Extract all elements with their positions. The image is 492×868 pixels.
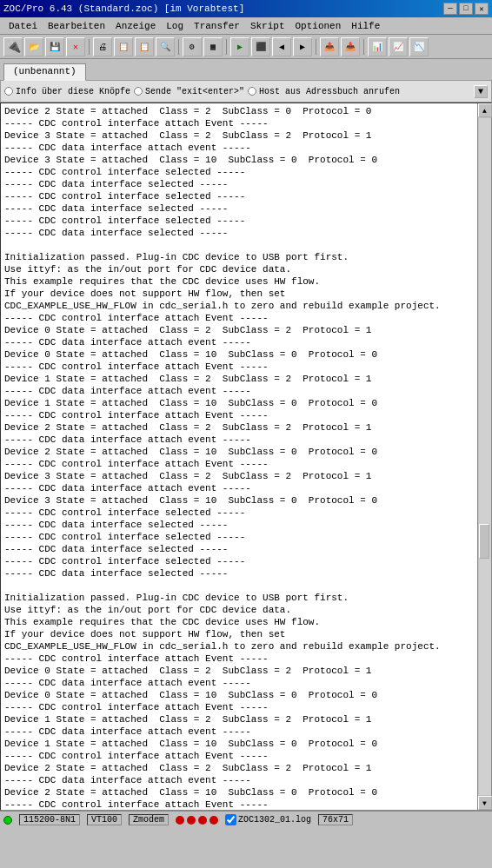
toolbar-sep1 xyxy=(89,39,90,55)
menu-skript[interactable]: Skript xyxy=(245,19,290,33)
tab-unbenannt[interactable]: (unbenannt) xyxy=(3,63,86,81)
menu-bearbeiten[interactable]: Bearbeiten xyxy=(43,19,110,33)
dot1 xyxy=(176,816,184,825)
toolbar-download[interactable]: 📥 xyxy=(341,37,360,56)
dot4 xyxy=(209,816,218,825)
toolbar-settings[interactable]: ⚙ xyxy=(183,37,202,56)
toolbar-chart2[interactable]: 📈 xyxy=(389,37,408,56)
quick-label-info: Info über diese Knöpfe xyxy=(16,87,130,96)
toolbar-forward[interactable]: ▶ xyxy=(293,37,312,56)
toolbar-paste[interactable]: 📋 xyxy=(135,37,154,56)
menu-bar: Datei Bearbeiten Anzeige Log Transfer Sk… xyxy=(0,17,492,35)
status-led xyxy=(3,816,12,825)
status-log-file: ZOC1302_01.log xyxy=(238,815,311,825)
toolbar-sep4 xyxy=(316,39,316,55)
minimize-button[interactable]: ─ xyxy=(443,3,457,15)
status-log-checkbox-group: ZOC1302_01.log xyxy=(225,814,311,825)
menu-hilfe[interactable]: Hilfe xyxy=(346,19,385,33)
dot2 xyxy=(187,816,196,825)
quick-row: Info über diese Knöpfe Sende "exit<enter… xyxy=(0,80,492,103)
log-checkbox[interactable] xyxy=(225,814,236,825)
menu-datei[interactable]: Datei xyxy=(3,19,43,33)
quick-radio-group3: Host aus Adressbuch anrufen xyxy=(248,87,400,96)
toolbar-copy[interactable]: 📋 xyxy=(114,37,133,56)
quick-radio-host[interactable] xyxy=(248,87,256,96)
title-controls: ─ □ ✕ xyxy=(443,3,489,15)
quick-radio-group2: Sende "exit<enter>" xyxy=(134,87,244,96)
status-emulation: VT100 xyxy=(87,814,122,825)
toolbar-sep3 xyxy=(226,39,227,55)
menu-optionen[interactable]: Optionen xyxy=(289,19,346,33)
toolbar-run[interactable]: ▶ xyxy=(230,37,249,56)
toolbar-save[interactable]: 💾 xyxy=(45,37,64,56)
quick-radio-info[interactable] xyxy=(4,87,13,96)
quick-label-send: Sende "exit<enter>" xyxy=(145,87,244,96)
status-size: 76x71 xyxy=(318,814,353,825)
quick-label-host: Host aus Adressbuch anrufen xyxy=(259,87,400,96)
menu-anzeige[interactable]: Anzeige xyxy=(110,19,161,33)
toolbar-chart1[interactable]: 📊 xyxy=(368,37,387,56)
toolbar-find[interactable]: 🔍 xyxy=(156,37,175,56)
terminal-output[interactable]: Device 2 State = attached Class = 2 SubC… xyxy=(1,103,477,810)
title-text: ZOC/Pro 6.43 (Standard.zoc) [im Vorabtes… xyxy=(3,3,244,14)
menu-transfer[interactable]: Transfer xyxy=(189,19,245,33)
toolbar-back[interactable]: ◀ xyxy=(272,37,291,56)
scroll-thumb[interactable] xyxy=(479,524,489,559)
toolbar-print[interactable]: 🖨 xyxy=(93,37,112,56)
toolbar-sep5 xyxy=(363,39,364,55)
quick-radio-group: Info über diese Knöpfe xyxy=(4,87,130,96)
scroll-up-button[interactable]: ▲ xyxy=(478,103,492,117)
toolbar-stop[interactable]: ⬛ xyxy=(251,37,270,56)
terminal-container: Device 2 State = attached Class = 2 SubC… xyxy=(0,103,492,811)
title-bar: ZOC/Pro 6.43 (Standard.zoc) [im Vorabtes… xyxy=(0,0,492,17)
scroll-down-button[interactable]: ▼ xyxy=(478,796,492,810)
toolbar-connect[interactable]: 🔌 xyxy=(3,37,23,56)
scroll-track[interactable] xyxy=(479,118,491,795)
quick-radio-send[interactable] xyxy=(134,87,143,96)
scrollbar[interactable]: ▲ ▼ xyxy=(477,103,491,810)
close-button[interactable]: ✕ xyxy=(475,3,489,15)
toolbar-upload[interactable]: 📤 xyxy=(320,37,339,56)
status-bar: 115200-8N1 VT100 Zmodem ZOC1302_01.log 7… xyxy=(0,811,492,828)
maximize-button[interactable]: □ xyxy=(459,3,473,15)
quick-dropdown[interactable]: ▼ xyxy=(474,85,488,98)
toolbar-sep2 xyxy=(178,39,179,55)
toolbar-chart3[interactable]: 📉 xyxy=(409,37,429,56)
toolbar-disconnect[interactable]: ✕ xyxy=(66,37,85,56)
status-protocol: Zmodem xyxy=(129,814,169,825)
menu-log[interactable]: Log xyxy=(161,19,189,33)
tab-bar: (unbenannt) xyxy=(0,59,492,80)
status-dots xyxy=(176,816,218,825)
toolbar: 🔌 📂 💾 ✕ 🖨 📋 📋 🔍 ⚙ ▦ ▶ ⬛ ◀ ▶ 📤 📥 📊 📈 📉 xyxy=(0,35,492,59)
dot3 xyxy=(198,816,207,825)
toolbar-open[interactable]: 📂 xyxy=(24,37,43,56)
toolbar-layout[interactable]: ▦ xyxy=(203,37,223,56)
status-baud: 115200-8N1 xyxy=(19,814,80,825)
